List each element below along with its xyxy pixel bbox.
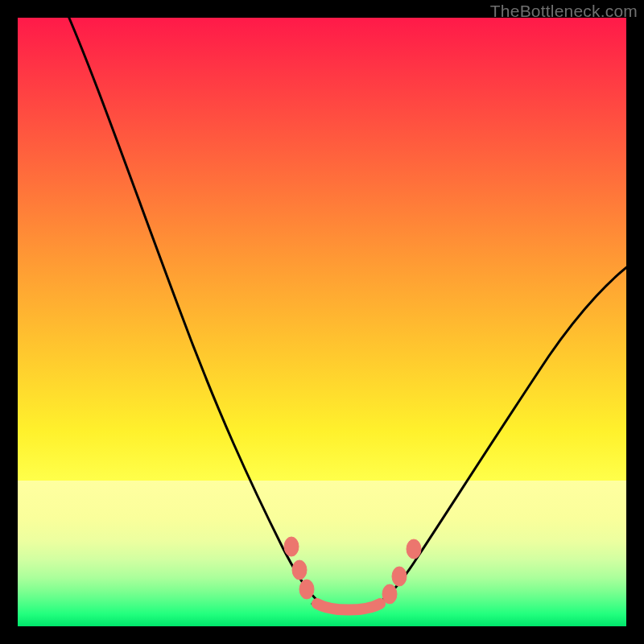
marker-point (407, 539, 421, 559)
marker-point (392, 567, 407, 586)
right-descending-curve (364, 259, 638, 609)
marker-trough-band (317, 604, 380, 610)
marker-point (284, 537, 299, 556)
marker-group (284, 537, 421, 610)
marker-point (299, 580, 314, 599)
left-descending-curve (63, 3, 333, 609)
plot-area (18, 18, 626, 626)
marker-point (292, 560, 307, 580)
watermark-text: TheBottleneck.com (490, 2, 638, 21)
chart-frame: TheBottleneck.com (0, 0, 644, 644)
curves-layer (18, 18, 626, 626)
marker-point (382, 584, 397, 604)
